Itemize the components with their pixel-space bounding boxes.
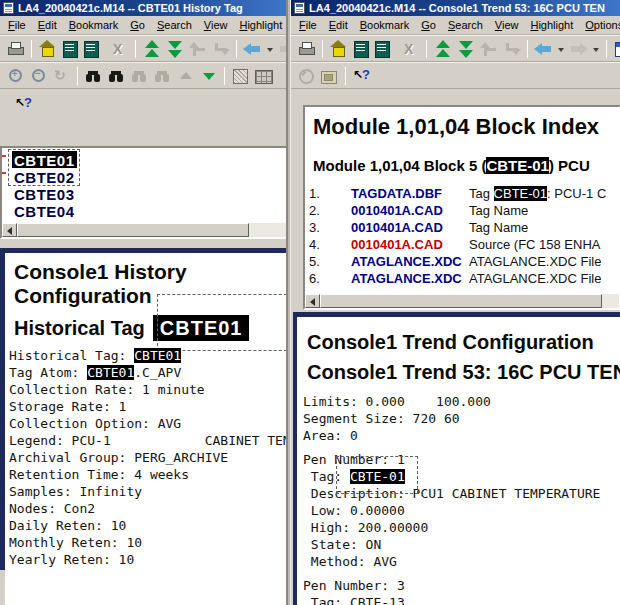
index-row-number: 4. xyxy=(305,237,351,253)
dither-icon[interactable] xyxy=(231,67,250,85)
menu-item-go[interactable]: Go xyxy=(415,17,442,33)
double-down-icon[interactable] xyxy=(165,40,184,58)
file-link[interactable]: TAGDATA.DBF xyxy=(351,186,469,202)
find-gray-icon[interactable] xyxy=(130,67,149,85)
marquee-red-mark xyxy=(2,155,6,157)
file-link[interactable]: 0010401A.CAD xyxy=(351,237,469,253)
demote-icon[interactable] xyxy=(502,40,521,58)
gridbox-icon[interactable] xyxy=(254,67,273,85)
dropdown-icon[interactable] xyxy=(266,40,274,58)
help-cursor-icon[interactable] xyxy=(352,67,371,85)
print-icon[interactable] xyxy=(6,40,25,58)
home-icon[interactable] xyxy=(38,40,57,58)
menu-item-highlight[interactable]: Highlight xyxy=(233,17,286,33)
config-line: Nodes: Con2 xyxy=(9,500,288,517)
window-icon[interactable] xyxy=(613,40,620,58)
refresh-icon[interactable] xyxy=(52,67,71,85)
tv-icon[interactable] xyxy=(320,67,339,85)
page-index-icon[interactable] xyxy=(61,40,80,58)
find-gray2-icon[interactable] xyxy=(153,67,172,85)
index-row-description: Tag Name xyxy=(469,220,528,236)
menu-item-go[interactable]: Go xyxy=(124,17,151,33)
menu-item-search[interactable]: Search xyxy=(151,17,198,33)
tag-list-hscrollbar[interactable] xyxy=(2,223,286,237)
index-row: 4.0010401A.CADSource (FC 158 ENHA xyxy=(305,237,620,253)
scrollbar-thumb[interactable] xyxy=(17,223,249,237)
scroll-left-button[interactable] xyxy=(2,223,17,237)
help-cursor-icon xyxy=(14,95,36,111)
tag-list-item[interactable]: CBTE02 xyxy=(12,168,77,185)
menu-item-highlight[interactable]: Highlight xyxy=(524,17,579,33)
menu-item-file[interactable]: File xyxy=(2,17,32,33)
back-icon[interactable] xyxy=(243,40,262,58)
left-titlebar[interactable]: LA4_20040421c.M14 -- CBTE01 History Tag xyxy=(0,0,286,16)
zoom-in-icon[interactable] xyxy=(6,67,25,85)
find-next-icon[interactable] xyxy=(107,67,126,85)
tri-down-icon[interactable] xyxy=(199,67,218,85)
block-index-hscrollbar[interactable] xyxy=(305,294,619,308)
tag-list-item[interactable]: CBTE01 xyxy=(12,151,77,168)
forward-icon[interactable] xyxy=(278,40,286,58)
menu-item-view[interactable]: View xyxy=(489,17,525,33)
menu-item-edit[interactable]: Edit xyxy=(323,17,354,33)
file-link[interactable]: 0010401A.CAD xyxy=(351,203,469,219)
file-link[interactable]: 0010401A.CAD xyxy=(351,220,469,236)
delete-x-icon[interactable] xyxy=(401,40,420,58)
dropdown-icon[interactable] xyxy=(592,40,600,58)
marquee-red-mark xyxy=(2,172,6,174)
menu-item-edit[interactable]: Edit xyxy=(32,17,63,33)
right-window-title: LA4_20040421c.M14 -- Console1 Trend 53: … xyxy=(309,2,605,14)
print-icon[interactable] xyxy=(297,40,316,58)
config-line: High: 200.00000 xyxy=(303,519,620,536)
highlighted-tag: CBTE-01 xyxy=(494,186,547,201)
scrollbar-thumb[interactable] xyxy=(320,294,602,308)
page-index-icon[interactable] xyxy=(352,40,371,58)
promote-icon[interactable] xyxy=(188,40,207,58)
clock-icon[interactable] xyxy=(297,67,316,85)
text-segment: .C_APV xyxy=(134,365,181,380)
index-row-number: 5. xyxy=(305,254,351,270)
menu-item-file[interactable]: File xyxy=(293,17,323,33)
home-icon[interactable] xyxy=(329,40,348,58)
text-segment: Nodes: Con2 xyxy=(9,501,95,516)
demote-icon[interactable] xyxy=(211,40,230,58)
history-panel-title-line2: Configuration xyxy=(14,284,152,308)
page-index-collapse-icon[interactable] xyxy=(84,40,106,58)
text-segment: Tag Name xyxy=(469,220,528,235)
zoom-out-icon[interactable] xyxy=(29,67,48,85)
menu-item-search[interactable]: Search xyxy=(442,17,489,33)
index-row-description: Tag Name xyxy=(469,203,528,219)
menu-item-bookmark[interactable]: Bookmark xyxy=(354,17,416,33)
tag-list-item[interactable]: CBTE04 xyxy=(12,202,77,219)
menu-item-options[interactable]: Options... xyxy=(579,17,620,33)
config-line: Tag: CBTE-01 xyxy=(303,468,620,485)
config-line: Method: AVG xyxy=(303,553,620,570)
delete-x-icon[interactable] xyxy=(110,40,129,58)
config-line: Legend: PCU-1 CABINET TEMP xyxy=(9,432,288,449)
dropdown-icon[interactable] xyxy=(557,40,565,58)
double-up-icon[interactable] xyxy=(142,40,161,58)
text-segment: Archival Group: PERG_ARCHIVE xyxy=(9,450,228,465)
text-segment: Tag Atom: xyxy=(9,365,87,380)
scroll-left-button[interactable] xyxy=(305,294,320,308)
page-index-collapse-icon[interactable] xyxy=(375,40,397,58)
forward-icon[interactable] xyxy=(569,40,588,58)
tri-up-icon[interactable] xyxy=(176,67,195,85)
menu-item-bookmark[interactable]: Bookmark xyxy=(63,17,125,33)
menu-item-view[interactable]: View xyxy=(198,17,234,33)
text-segment: Module 1,01,04 Block 5 ( xyxy=(313,157,486,174)
double-down-icon[interactable] xyxy=(456,40,475,58)
right-titlebar[interactable]: LA4_20040421c.M14 -- Console1 Trend 53: … xyxy=(291,0,620,16)
double-up-icon[interactable] xyxy=(433,40,452,58)
find-icon[interactable] xyxy=(84,67,103,85)
config-line: Pen Number: 3 xyxy=(303,577,620,594)
toolbar-separator xyxy=(224,67,225,85)
text-segment: Tag: xyxy=(303,469,350,484)
promote-icon[interactable] xyxy=(479,40,498,58)
file-link[interactable]: ATAGLANCE.XDC xyxy=(351,271,469,287)
tag-list-item[interactable]: CBTE03 xyxy=(12,185,77,202)
text-segment: ) PCU xyxy=(549,157,590,174)
file-link[interactable]: ATAGLANCE.XDC xyxy=(351,254,469,270)
text-segment: Daily Reten: 10 xyxy=(9,518,126,533)
back-icon[interactable] xyxy=(534,40,553,58)
